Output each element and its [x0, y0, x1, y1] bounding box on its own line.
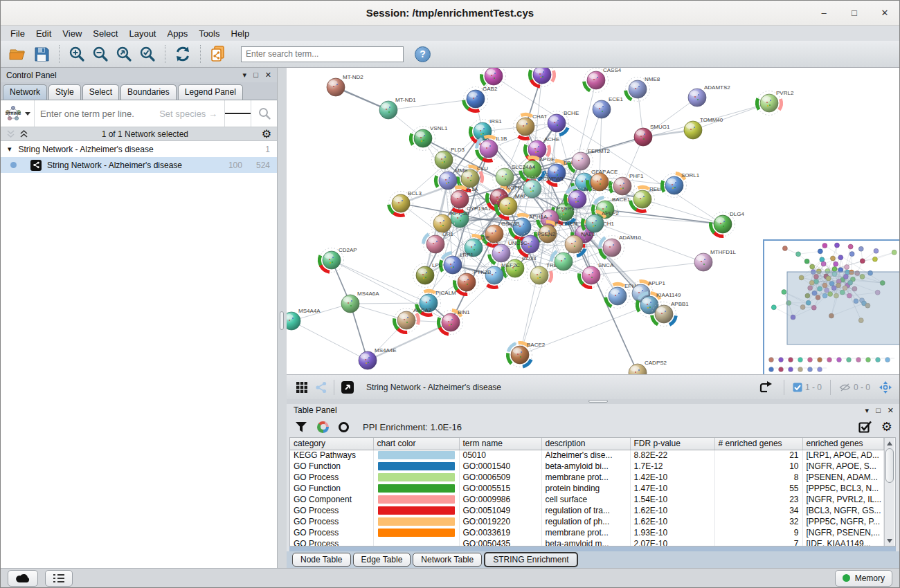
string-query-input[interactable] [35, 109, 159, 119]
network-from-file-button[interactable] [206, 43, 230, 65]
network-node[interactable]: MTHFD1L [694, 249, 736, 271]
gear-icon[interactable]: ⚙ [262, 129, 271, 140]
network-node[interactable] [845, 265, 849, 270]
network-node[interactable] [834, 261, 838, 266]
network-node[interactable]: CADPS2 [629, 360, 667, 374]
network-node[interactable] [848, 244, 853, 249]
network-node[interactable]: ABCA7 [394, 307, 431, 333]
network-node[interactable]: CASS4 [584, 68, 622, 93]
network-node[interactable]: BCL3 [389, 190, 422, 216]
help-button[interactable]: ? [415, 46, 431, 62]
network-node[interactable] [860, 259, 865, 264]
ring-chart-icon[interactable] [339, 422, 349, 432]
tab-boundaries[interactable]: Boundaries [120, 84, 177, 100]
column-header-FDR-p-value[interactable]: FDR p-value [630, 438, 714, 450]
network-node[interactable]: ADAMTS2 [688, 84, 730, 107]
network-node[interactable] [849, 252, 854, 257]
menu-apps[interactable]: Apps [162, 27, 194, 40]
network-node[interactable] [821, 261, 826, 266]
network-node[interactable]: NME8 [626, 76, 660, 102]
table-row[interactable]: GO FunctionGO:0005515protein binding1.47… [290, 483, 883, 494]
network-node[interactable]: MS4A4A [287, 308, 321, 330]
panel-splitter[interactable] [278, 68, 287, 568]
network-node[interactable]: BIN1 [438, 309, 470, 335]
column-header-chart-color[interactable]: chart color [373, 438, 459, 450]
table-row[interactable]: GO FunctionGO:0001540beta-amyloid bi...1… [290, 461, 883, 472]
column-header-enriched-genes[interactable]: enriched genes [802, 438, 883, 450]
tab-legend-panel[interactable]: Legend Panel [178, 84, 243, 100]
panel-close-icon[interactable]: ✕ [265, 71, 271, 79]
collapse-all-icon[interactable] [6, 129, 15, 138]
network-node[interactable] [782, 246, 787, 251]
string-app-selector[interactable]: STRING [1, 100, 35, 127]
table-row[interactable]: GO ProcessGO:0050435beta-amyloid m...2.0… [290, 538, 883, 546]
panel-menu-icon[interactable]: ▾ [865, 407, 870, 414]
table-row[interactable]: KEGG Pathways05010Alzheimer's dise...8.8… [290, 450, 883, 461]
detach-view-button[interactable] [337, 376, 358, 398]
maximize-button[interactable]: □ [849, 8, 859, 18]
export-network-button[interactable] [756, 376, 775, 398]
table-header-row[interactable]: categorychart colorterm namedescriptionF… [290, 438, 883, 450]
menu-view[interactable]: View [57, 27, 87, 40]
string-search-button[interactable] [251, 100, 277, 127]
tab-string-enrichment[interactable]: STRING Enrichment [484, 552, 577, 567]
panel-float-icon[interactable]: □ [876, 407, 881, 414]
network-node[interactable]: CHAT [514, 113, 548, 139]
species-hint[interactable]: Set species → [159, 109, 224, 119]
scrollbar-thumb[interactable] [885, 448, 894, 483]
donut-chart-icon[interactable] [317, 421, 329, 433]
filter-icon[interactable] [295, 421, 307, 433]
network-node[interactable]: GAB2 [464, 86, 498, 111]
network-collection-row[interactable]: ▾ String Network - Alzheimer's disease 1 [1, 141, 277, 157]
table-row[interactable]: GO ProcessGO:0051049regulation of tra...… [290, 505, 883, 516]
refresh-button[interactable] [171, 43, 195, 65]
table-row[interactable]: GO ProcessGO:0006509membrane prot...1.42… [290, 472, 883, 483]
network-node[interactable]: SMUG1 [634, 124, 670, 146]
settings-gear-icon[interactable]: ⚙ [881, 421, 892, 432]
network-node[interactable] [892, 250, 897, 255]
search-input[interactable] [241, 46, 404, 62]
network-node[interactable]: SNCA [579, 262, 613, 288]
table-splitter[interactable] [287, 399, 900, 404]
tab-style[interactable]: Style [48, 84, 81, 100]
tab-edge-table[interactable]: Edge Table [353, 553, 411, 567]
network-node[interactable]: PTK2B [454, 269, 491, 295]
network-node[interactable] [820, 257, 825, 262]
grid-view-button[interactable] [292, 376, 312, 398]
network-node[interactable] [771, 305, 776, 310]
scroll-up-arrow[interactable] [885, 439, 894, 448]
menu-edit[interactable]: Edit [30, 27, 57, 40]
menu-tools[interactable]: Tools [193, 27, 225, 40]
menu-help[interactable]: Help [226, 27, 255, 40]
close-button[interactable]: ✕ [880, 8, 890, 18]
birdseye-toggle-button[interactable] [876, 376, 895, 398]
menu-select[interactable]: Select [87, 27, 123, 40]
network-node[interactable]: SORL1 [662, 172, 699, 198]
network-node[interactable] [838, 255, 843, 260]
network-row[interactable]: String Network - Alzheimer's disease 100… [1, 157, 277, 173]
tab-select[interactable]: Select [82, 84, 119, 100]
menu-layout[interactable]: Layout [123, 27, 161, 40]
network-node[interactable] [830, 256, 835, 261]
expander-icon[interactable]: ▾ [8, 145, 12, 154]
save-session-button[interactable] [30, 43, 53, 65]
tab-node-table[interactable]: Node Table [292, 553, 351, 567]
panel-menu-icon[interactable]: ▾ [243, 71, 247, 79]
column-header-category[interactable]: category [290, 438, 373, 450]
network-node[interactable]: CELF1 [530, 68, 566, 87]
network-node[interactable]: ECE1 [593, 96, 623, 118]
tab-network-table[interactable]: Network Table [413, 553, 482, 567]
network-node[interactable]: MT-ND1 [379, 97, 416, 119]
table-scrollbar[interactable] [884, 438, 894, 546]
network-node[interactable]: VSNL1 [411, 125, 447, 151]
network-node[interactable] [872, 257, 877, 261]
memory-button[interactable]: Memory [835, 570, 892, 587]
network-node[interactable]: MT-ND2 [327, 74, 363, 96]
network-node[interactable] [804, 259, 809, 264]
network-node[interactable] [834, 243, 839, 248]
table-row[interactable]: GO ProcessGO:0033619membrane prot...1.93… [290, 527, 883, 538]
scroll-down-arrow[interactable] [885, 536, 894, 545]
splitter-grip[interactable] [280, 311, 284, 330]
network-node[interactable] [818, 249, 822, 254]
network-node[interactable] [822, 244, 827, 248]
